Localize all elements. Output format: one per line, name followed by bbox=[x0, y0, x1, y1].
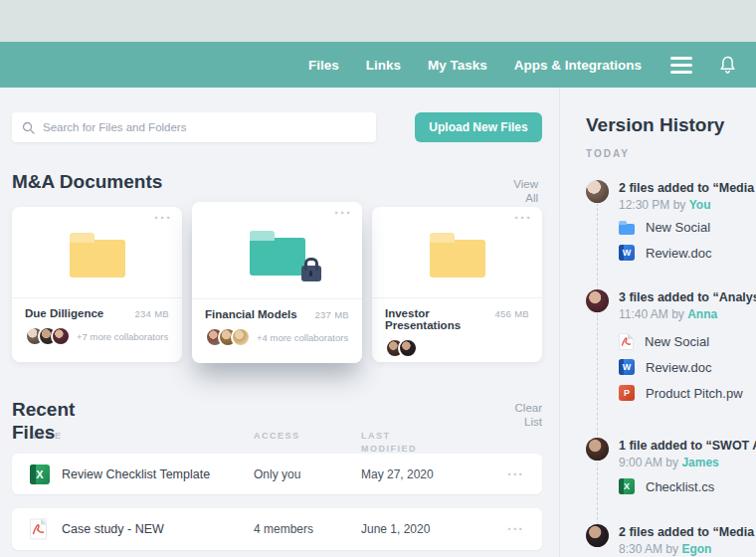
excel-file-icon: X bbox=[30, 464, 50, 484]
file-name: Review Checklist Template bbox=[62, 467, 210, 481]
timeline-entry: 2 files added to “Media As 8:30 AM by Eg… bbox=[586, 524, 756, 557]
menu-hamburger-icon[interactable] bbox=[670, 57, 692, 74]
entry-user[interactable]: You bbox=[689, 198, 711, 212]
search-bar[interactable] bbox=[12, 112, 376, 142]
folder-size: 237 MB bbox=[314, 309, 349, 320]
entry-title: 3 files added to “Analysi bbox=[619, 290, 756, 304]
version-timeline: 2 files added to “Media As 12:30 PM by Y… bbox=[586, 180, 756, 557]
timeline-day-label: TODAY bbox=[586, 148, 630, 159]
collaborator-avatars bbox=[25, 326, 71, 346]
entry-time: 8:30 AM by Egon bbox=[619, 542, 711, 556]
timeline-file[interactable]: X Checklist.cs bbox=[619, 475, 714, 497]
version-history-title: Version History bbox=[586, 114, 724, 136]
folder-icon bbox=[430, 240, 485, 278]
timeline-file[interactable]: New Social bbox=[619, 330, 709, 352]
search-icon bbox=[22, 121, 35, 134]
folder-size: 456 MB bbox=[494, 308, 529, 319]
card-more-icon[interactable]: ··· bbox=[514, 209, 532, 226]
user-avatar bbox=[586, 524, 609, 547]
nav-item-links[interactable]: Links bbox=[366, 58, 401, 73]
main-navbar: Files Links My Tasks Apps & Integrations bbox=[0, 42, 756, 88]
file-last-modified: May 27, 2020 bbox=[361, 467, 434, 481]
folder-icon bbox=[70, 240, 125, 278]
entry-time: 11:40 AM by Anna bbox=[619, 307, 717, 321]
app-window: Files Links My Tasks Apps & Integrations… bbox=[0, 0, 756, 557]
notifications-bell-icon[interactable] bbox=[719, 56, 736, 75]
entry-time: 12:30 PM by You bbox=[619, 198, 711, 212]
blue-folder-icon bbox=[619, 224, 635, 235]
entry-title: 2 files added to “Media As bbox=[619, 525, 756, 539]
collaborators-label: +7 more collaborators bbox=[77, 331, 168, 342]
file-row-case-study[interactable]: Case study - NEW 4 members June 1, 2020 … bbox=[12, 508, 542, 550]
timeline-file[interactable]: New Social bbox=[619, 216, 710, 238]
row-more-icon[interactable]: ··· bbox=[507, 466, 524, 482]
collaborator-avatars bbox=[385, 338, 418, 358]
avatar bbox=[231, 327, 251, 347]
nav-item-my-tasks[interactable]: My Tasks bbox=[428, 58, 487, 73]
file-row-review-checklist[interactable]: X Review Checklist Template Only you May… bbox=[12, 454, 542, 494]
word-file-icon: W bbox=[619, 245, 635, 261]
powerpoint-file-icon: P bbox=[619, 385, 635, 401]
folder-card-due-dilligence[interactable]: ··· Due Dilligence 234 MB +7 more collab… bbox=[12, 207, 182, 362]
pdf-file-icon bbox=[30, 519, 47, 540]
view-all-link[interactable]: View All bbox=[502, 177, 538, 205]
timeline-file[interactable]: W Review.doc bbox=[619, 242, 711, 264]
ma-documents-title: M&A Documents bbox=[12, 171, 162, 193]
timeline-entry: 3 files added to “Analysi 11:40 AM by An… bbox=[586, 289, 756, 409]
nav-item-apps-integrations[interactable]: Apps & Integrations bbox=[514, 58, 642, 73]
entry-user[interactable]: James bbox=[681, 456, 718, 469]
card-more-icon[interactable]: ··· bbox=[334, 204, 352, 221]
folder-name: Financial Models bbox=[205, 308, 297, 320]
locked-folder-icon bbox=[250, 238, 305, 276]
entry-title: 2 files added to “Media As bbox=[619, 181, 756, 195]
column-header-last-modified: LAST MODIFIED bbox=[361, 430, 427, 456]
avatar bbox=[51, 326, 71, 346]
timeline-file[interactable]: W Review.doc bbox=[619, 356, 711, 378]
card-more-icon[interactable]: ··· bbox=[154, 209, 172, 226]
folder-card-investor-presentations[interactable]: ··· Investor Presentations 456 MB bbox=[372, 207, 542, 362]
version-history-panel: Version History TODAY 2 files added to “… bbox=[559, 88, 756, 557]
user-avatar bbox=[586, 438, 609, 461]
folder-size: 234 MB bbox=[134, 308, 169, 319]
clear-list-link[interactable]: Clear List bbox=[502, 401, 542, 429]
pdf-file-icon bbox=[619, 333, 634, 350]
timeline-entry: 1 file added to “SWOT Ana 9:00 AM by Jam… bbox=[586, 438, 756, 503]
collaborator-avatars bbox=[205, 327, 251, 347]
nav-item-files[interactable]: Files bbox=[308, 58, 339, 73]
file-name: Case study - NEW bbox=[62, 522, 164, 536]
entry-user[interactable]: Egon bbox=[681, 542, 711, 556]
user-avatar bbox=[586, 289, 609, 312]
user-avatar bbox=[586, 180, 609, 203]
entry-time: 9:00 AM by James bbox=[619, 456, 719, 469]
file-access: Only you bbox=[254, 467, 300, 481]
search-input[interactable] bbox=[43, 121, 366, 133]
folder-cards-row: ··· Due Dilligence 234 MB +7 more collab… bbox=[12, 207, 542, 372]
lock-icon bbox=[301, 266, 321, 281]
entry-user[interactable]: Anna bbox=[687, 307, 717, 321]
entry-title: 1 file added to “SWOT Ana bbox=[619, 439, 756, 453]
avatar bbox=[398, 338, 418, 358]
file-access: 4 members bbox=[254, 522, 313, 536]
word-file-icon: W bbox=[619, 359, 635, 375]
folder-name: Investor Presentations bbox=[385, 307, 494, 331]
timeline-entry: 2 files added to “Media As 12:30 PM by Y… bbox=[586, 180, 756, 272]
recent-files-title: Recent Files bbox=[12, 398, 111, 444]
collaborators-label: +4 more collaborators bbox=[257, 332, 348, 343]
upload-new-files-button[interactable]: Upload New Files bbox=[415, 112, 542, 142]
browser-top-strip bbox=[0, 0, 756, 42]
timeline-file[interactable]: P Product Pitch.pw bbox=[619, 382, 743, 404]
folder-name: Due Dilligence bbox=[25, 307, 103, 319]
main-content: Upload New Files M&A Documents View All … bbox=[0, 88, 559, 557]
column-header-access: ACCESS bbox=[254, 430, 289, 443]
folder-card-financial-models[interactable]: ··· Financial Models 237 MB + bbox=[192, 202, 362, 363]
row-more-icon[interactable]: ··· bbox=[507, 521, 524, 537]
excel-file-icon: X bbox=[619, 478, 635, 494]
file-last-modified: June 1, 2020 bbox=[361, 522, 430, 536]
